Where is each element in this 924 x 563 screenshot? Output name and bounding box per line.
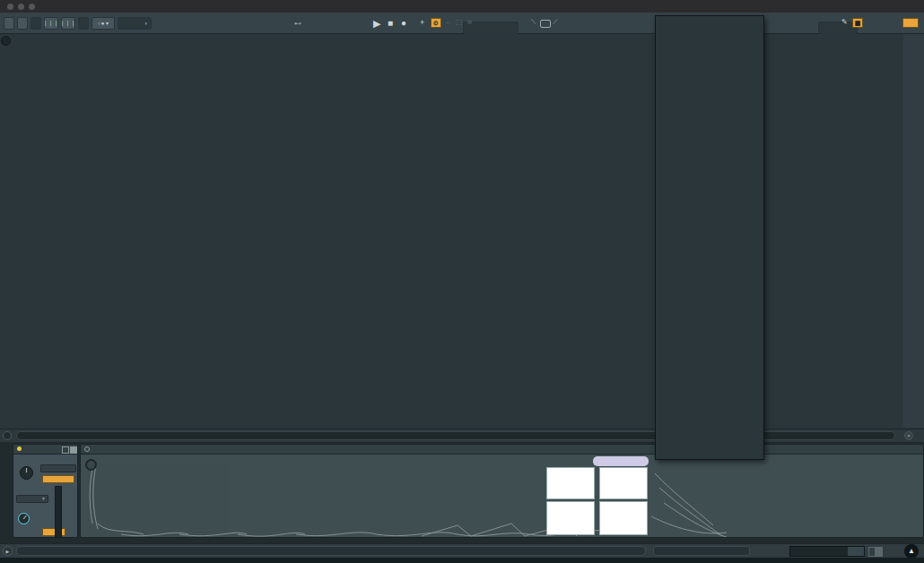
limiter-device: ▼ xyxy=(13,444,78,538)
back-to-arrangement-icon[interactable]: ← xyxy=(445,18,452,26)
hot-swap-icon[interactable] xyxy=(62,446,69,454)
device-on-led[interactable] xyxy=(17,446,22,451)
loop-indicator-icon[interactable]: ○ xyxy=(467,18,472,26)
release-knob[interactable] xyxy=(18,513,30,524)
nudge-bars-icon: ❘❘❘ xyxy=(60,20,76,26)
max-right-panel xyxy=(81,445,924,538)
session-view xyxy=(0,34,924,429)
limiter-meter xyxy=(55,486,62,538)
return-track-columns xyxy=(759,34,851,428)
chevron-down-icon: ▾ xyxy=(144,21,147,26)
cpu-meter xyxy=(902,18,919,28)
clip-view-toggle-icon[interactable] xyxy=(3,431,12,440)
nudge-down-button[interactable]: ❘❘❘ xyxy=(44,17,58,30)
play-icon[interactable]: ▶ xyxy=(3,546,13,556)
status-field[interactable] xyxy=(16,546,646,556)
close-device-icon[interactable]: × xyxy=(904,431,913,440)
metronome-icon: ○● ▾ xyxy=(98,20,109,26)
global-transport-button[interactable] xyxy=(593,456,649,466)
follow-icon[interactable]: ⊷ xyxy=(294,20,301,28)
track-columns xyxy=(13,34,656,428)
mini-device-chain[interactable] xyxy=(789,546,865,557)
status-bar: ▶ ▲ xyxy=(0,543,924,559)
loop-switch-icon[interactable] xyxy=(540,20,551,28)
tap-tempo-button[interactable] xyxy=(17,17,28,30)
quantization-menu[interactable]: ▾ xyxy=(118,17,152,30)
master-track-column xyxy=(852,34,903,428)
computer-midi-keyboard-button[interactable]: ▦ xyxy=(852,18,863,28)
play-button[interactable]: ▶ xyxy=(373,17,380,30)
lookahead-menu[interactable]: ▼ xyxy=(16,495,48,503)
detail-view-strip: × xyxy=(0,429,924,443)
titlebar xyxy=(0,0,924,13)
zoom-window-icon[interactable] xyxy=(29,4,35,10)
chain-grid-icon[interactable] xyxy=(868,547,876,557)
punch-out-icon[interactable]: ⟋ xyxy=(553,18,558,27)
limiter-meter-scale xyxy=(62,485,78,539)
close-window-icon[interactable] xyxy=(7,4,13,10)
stereo-mode-button[interactable] xyxy=(42,475,74,483)
punch-in-icon[interactable]: ⟍ xyxy=(531,18,536,27)
mini-chain-highlight xyxy=(848,547,864,557)
stop-button[interactable]: ■ xyxy=(388,17,393,30)
nudge-up-button[interactable]: ❘❘❘ xyxy=(61,17,75,30)
nudge-bars-icon: ❘❘❘ xyxy=(43,20,59,26)
marble-preset-dropdown xyxy=(655,15,764,460)
session-record-button[interactable]: ⊙ xyxy=(431,18,441,28)
link-button[interactable] xyxy=(4,17,14,30)
record-button[interactable]: ● xyxy=(401,17,406,30)
limiter-header[interactable] xyxy=(13,445,77,455)
ableton-live-window: ❘❘❘ ❘❘❘ ○● ▾ ▾ ⊷ ▶ ■ ● + ⊙ ← ⬚ ○ ⟍ ⟋ ✎ ▦ xyxy=(0,0,924,563)
ableton-logo-button[interactable]: ▲ xyxy=(904,544,919,559)
chain-list-icon[interactable] xyxy=(876,547,883,557)
draw-mode-pencil-icon[interactable]: ✎ xyxy=(841,18,848,26)
status-field-2[interactable] xyxy=(653,546,750,556)
minimize-window-icon[interactable] xyxy=(18,4,24,10)
max-for-live-device xyxy=(80,444,924,538)
gain-knob[interactable] xyxy=(20,466,33,480)
tempo-field[interactable] xyxy=(31,17,41,30)
stop-all-clips-icon[interactable] xyxy=(1,36,11,46)
time-signature-field[interactable] xyxy=(78,17,89,30)
right-rail xyxy=(903,34,924,428)
capture-icon[interactable]: ⬚ xyxy=(456,18,463,26)
ceiling-field[interactable] xyxy=(40,464,76,472)
device-chain-area: ▼ xyxy=(0,442,924,543)
save-preset-icon[interactable] xyxy=(70,446,77,454)
overdub-button[interactable]: + xyxy=(420,18,424,27)
bottom-strip xyxy=(0,558,924,563)
transport-bar: ❘❘❘ ❘❘❘ ○● ▾ ▾ ⊷ ▶ ■ ● + ⊙ ← ⬚ ○ ⟍ ⟋ ✎ ▦ xyxy=(0,13,924,34)
metronome-button[interactable]: ○● ▾ xyxy=(92,17,115,30)
